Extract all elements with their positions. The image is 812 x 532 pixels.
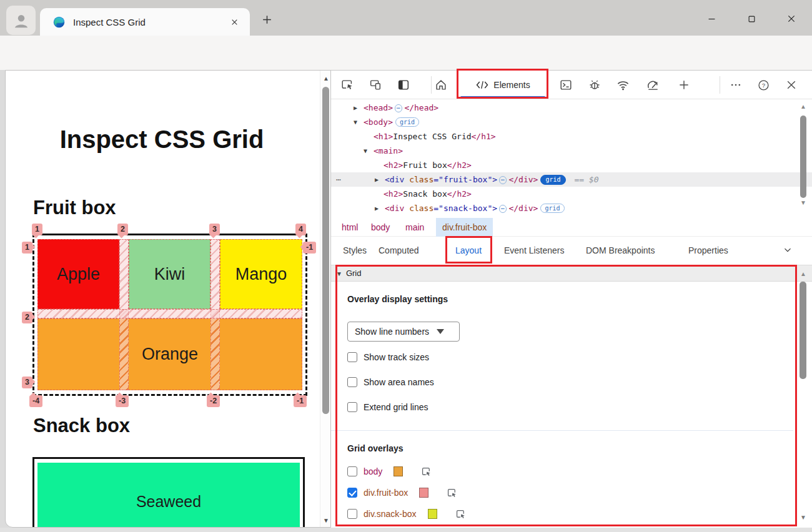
overlay-row-body[interactable]: body [347,466,432,477]
welcome-home-button[interactable] [433,77,448,92]
show-overlay-icon[interactable] [455,508,467,520]
device-emulation-button[interactable] [368,77,383,92]
tab-dom-breakpoints[interactable]: DOM Breakpoints [586,237,655,265]
dom-node-main[interactable]: ▼ <main> [331,144,812,158]
checkbox[interactable] [347,402,357,412]
expand-icon[interactable]: ▶ [375,172,379,187]
overlay-row-fruit-box[interactable]: div.fruit-box [347,487,458,498]
breadcrumb-main[interactable]: main [405,218,424,237]
checkbox-checked[interactable] [347,488,357,498]
tab-close-button[interactable] [229,16,240,27]
help-button[interactable]: ? [756,77,771,92]
elements-tab-label: Elements [493,80,530,90]
panel-left-icon [397,78,410,92]
grid-badge[interactable]: grid [395,117,419,127]
breadcrumb-selected[interactable]: div.fruit-box [436,218,493,237]
tab-title: Inspect CSS Grid [73,17,146,27]
tab-properties[interactable]: Properties [688,237,728,265]
tab-computed[interactable]: Computed [379,237,419,265]
dom-node-h2-fruit[interactable]: <h2>Fruit box</h2> [331,158,812,172]
overlay-color-swatch[interactable] [419,488,428,498]
breadcrumb-body[interactable]: body [371,218,390,237]
expand-icon[interactable]: ▶ [375,201,379,215]
console-reference: == $0 [575,175,599,184]
collapse-icon[interactable]: ▼ [364,144,367,158]
dom-node-head[interactable]: ▶ <head>⋯</head> [331,101,812,115]
overlay-label: div.fruit-box [364,488,408,498]
chevron-down-icon[interactable] [782,244,793,255]
grid-section-title: Grid [346,268,362,278]
dom-node-h1[interactable]: <h1>Inspect CSS Grid</h1> [331,129,812,144]
grid-badge[interactable]: grid [540,204,564,213]
grid-line-badge: 3 [209,224,220,235]
dom-node-snack-box[interactable]: ▶ <div class="snack-box">⋯</div>grid [331,201,812,215]
dom-scroll-up-icon[interactable]: ▲ [799,103,808,110]
grid-line-badge: 3 [22,377,32,388]
checkbox[interactable] [347,466,357,476]
dom-scrollbar-thumb[interactable] [800,116,806,198]
checkbox[interactable] [347,509,357,519]
node-menu-dots[interactable]: ⋯ [336,172,342,187]
svg-text:?: ? [761,82,765,89]
grid-badge-active[interactable]: grid [540,175,565,185]
collapsed-content-icon[interactable]: ⋯ [395,104,402,112]
performance-button[interactable] [645,77,660,92]
tab-strip: Inspect CSS Grid [0,0,812,36]
devtools-options-button[interactable] [728,77,743,92]
line-numbers-dropdown[interactable]: Show line numbers [347,322,460,342]
tab-event-listeners[interactable]: Event Listeners [504,237,565,265]
window-minimize-button[interactable] [698,10,725,27]
checkbox-label: Show area names [364,377,434,387]
tab-styles[interactable]: Styles [343,237,367,265]
grid-line-badge: 4 [295,224,306,235]
panel-scrollbar-thumb[interactable] [800,282,806,379]
checkbox[interactable] [347,352,357,362]
debugger-button[interactable] [587,77,602,92]
collapsed-content-icon[interactable]: ⋯ [499,205,507,213]
grid-gap-overlay [37,309,302,318]
grid-section-header[interactable]: ▼Grid [331,265,812,282]
tab-layout[interactable]: Layout [455,237,482,265]
collapsed-content-icon[interactable]: ⋯ [499,176,507,184]
window-maximize-button[interactable] [738,10,765,27]
dom-node-h2-snack[interactable]: <h2>Snack box</h2> [331,187,812,201]
close-devtools-button[interactable] [784,77,799,92]
profile-avatar[interactable] [6,6,36,35]
scroll-up-icon[interactable]: ▲ [322,75,330,82]
panel-scroll-down-icon[interactable]: ▼ [799,514,808,521]
network-button[interactable] [615,77,630,92]
show-overlay-icon[interactable] [420,466,432,478]
activity-bar-toggle-button[interactable] [396,77,411,92]
sidebar-tabs: Styles Computed Layout Event Listeners D… [331,237,812,265]
bug-icon [588,78,602,92]
breadcrumb-html[interactable]: html [342,218,358,237]
dom-node-body[interactable]: ▼ <body>grid [331,115,812,129]
inspect-element-button[interactable] [340,77,355,92]
dom-node-fruit-box-selected[interactable]: ⋯ ▶ <div class="fruit-box">⋯</div>grid==… [331,172,812,187]
window-close-button[interactable] [778,10,805,27]
help-icon: ? [757,79,770,92]
expand-icon[interactable]: ▶ [354,101,357,115]
page-scrollbar[interactable]: ▲ ▼ [320,71,330,528]
more-tools-button[interactable] [676,77,691,92]
console-button[interactable] [558,77,573,92]
grid-overlays-title: Grid overlays [347,443,404,453]
overlay-color-swatch[interactable] [428,509,437,519]
overlay-color-swatch[interactable] [394,466,403,476]
panel-scroll-up-icon[interactable]: ▲ [799,270,808,277]
grid-line-badge: -1 [294,395,307,407]
tab-elements[interactable]: Elements [459,71,547,99]
checkbox[interactable] [347,377,357,387]
option-show-area-names[interactable]: Show area names [347,377,434,388]
show-overlay-icon[interactable] [446,487,458,499]
scroll-down-icon[interactable]: ▼ [322,517,330,524]
browser-tab[interactable]: Inspect CSS Grid [40,8,250,36]
option-show-track-sizes[interactable]: Show track sizes [347,352,429,363]
page-scrollbar-thumb[interactable] [322,87,329,414]
option-extend-grid-lines[interactable]: Extend grid lines [347,401,428,413]
overlay-row-snack-box[interactable]: div.snack-box [347,508,467,520]
new-tab-button[interactable] [259,11,275,27]
collapse-icon[interactable]: ▼ [354,115,357,129]
dom-scroll-down-icon[interactable]: ▼ [799,199,808,206]
device-toolbar-icon [369,78,382,92]
